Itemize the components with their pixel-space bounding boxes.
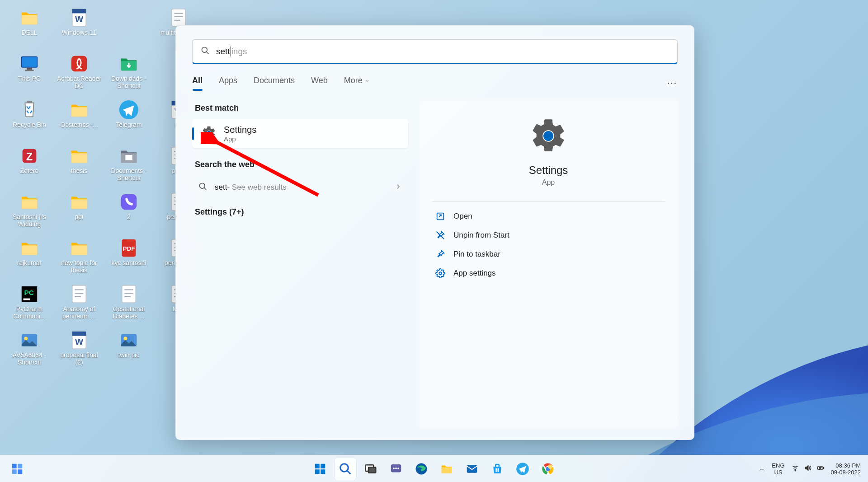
widgets-button[interactable]: [6, 458, 28, 480]
desktop-icon[interactable]: ppt: [54, 189, 104, 235]
folder-icon: [19, 7, 40, 28]
language-indicator[interactable]: ENGUS: [772, 462, 784, 476]
folder-doc-icon: [118, 145, 139, 166]
desktop-icon[interactable]: Recycle Bin: [5, 97, 54, 143]
desktop-icon[interactable]: Telegram: [104, 97, 154, 143]
result-detail-card: Settings App Open Unpin from Start Pin t…: [419, 101, 678, 429]
desktop-icon[interactable]: PCPyCharm Communi...: [5, 281, 54, 327]
taskbar-app-chrome[interactable]: [537, 458, 559, 480]
desktop-icon-label: twin pic: [118, 351, 140, 359]
search-input[interactable]: settings: [192, 39, 678, 64]
svg-point-67: [207, 131, 211, 135]
svg-rect-94: [467, 465, 477, 473]
desktop-icon[interactable]: ZZotero: [5, 143, 54, 189]
svg-rect-23: [125, 155, 132, 160]
taskbar-app-mail[interactable]: [461, 458, 483, 480]
svg-rect-93: [442, 467, 452, 473]
clock[interactable]: 08:36 PM09-08-2022: [831, 462, 861, 476]
svg-text:W: W: [75, 14, 84, 24]
svg-rect-81: [321, 463, 325, 468]
desktop-icon[interactable]: PDFkyc santoshi: [104, 235, 154, 281]
action-unpin-start[interactable]: Unpin from Start: [432, 226, 665, 245]
tab-web[interactable]: Web: [311, 76, 328, 90]
taskbar-app-edge[interactable]: [410, 458, 432, 480]
desktop-icon[interactable]: Acrobat Reader DC: [54, 51, 104, 97]
web-result-query: sett: [215, 183, 227, 192]
desktop-icon[interactable]: AV5A6064 - Shortcut: [5, 327, 54, 373]
desktop-icon-label: Zotero: [20, 167, 38, 174]
doc-icon: [118, 284, 139, 304]
desktop-icon-label: Documents - Shortcut: [105, 167, 152, 182]
wifi-icon: [791, 464, 799, 474]
svg-rect-87: [368, 467, 376, 473]
desktop-icon[interactable]: new topic for thesis: [54, 235, 104, 281]
folder-icon: [69, 99, 90, 120]
desktop-icon[interactable]: Documents - Shortcut: [104, 143, 154, 189]
desktop-icon[interactable]: thesis: [54, 143, 104, 189]
desktop-icon[interactable]: twin pic: [104, 327, 154, 373]
word-icon: W: [69, 330, 90, 351]
desktop-icon-label: Windows 11: [62, 29, 96, 36]
svg-rect-10: [27, 68, 32, 70]
action-pin-taskbar[interactable]: Pin to taskbar: [432, 245, 665, 264]
folder-icon: [69, 192, 90, 212]
svg-rect-80: [315, 463, 320, 468]
desktop-icon[interactable]: 2: [104, 189, 154, 235]
svg-rect-61: [72, 332, 86, 336]
web-result-sett[interactable]: sett - See web results: [192, 176, 408, 199]
tray-overflow-icon[interactable]: ︿: [759, 465, 765, 473]
best-match-settings[interactable]: Settings App: [192, 119, 408, 148]
svg-rect-76: [12, 463, 17, 468]
pdf-icon: PDF: [118, 238, 139, 258]
desktop-icon[interactable]: Gestational Diabetes ...: [104, 281, 154, 327]
system-tray[interactable]: [791, 464, 825, 474]
svg-text:W: W: [75, 337, 84, 346]
desktop-icon[interactable]: Anatomy of perineum ...: [54, 281, 104, 327]
desktop-icon-label: rajkumar: [17, 259, 42, 267]
settings-expand[interactable]: Settings (7+): [195, 207, 408, 217]
viber-icon: [118, 192, 139, 212]
svg-rect-28: [22, 199, 38, 209]
desktop-icon[interactable]: Obstetrics -...: [54, 97, 104, 143]
taskbar-app-telegram[interactable]: [512, 458, 533, 480]
svg-rect-96: [495, 468, 497, 469]
start-search-window: settings All Apps Documents Web More ⋯ B…: [175, 25, 694, 440]
desktop-icon-label: Gestational Diabetes ...: [105, 305, 152, 320]
task-view-button[interactable]: [360, 458, 382, 480]
taskbar: ︿ ENGUS 08:36 PM09-08-2022: [0, 455, 868, 482]
desktop-icon-label: 2: [127, 213, 131, 220]
desktop-icon[interactable]: Downloads - Shortcut: [104, 51, 154, 97]
detail-title: Settings: [529, 164, 568, 177]
desktop-icon-label: ppt: [75, 213, 83, 220]
tab-all[interactable]: All: [192, 76, 203, 90]
action-app-settings[interactable]: App settings: [432, 264, 665, 283]
svg-point-74: [439, 272, 442, 275]
svg-rect-97: [498, 468, 499, 469]
pc-icon: [19, 53, 40, 74]
taskbar-app-explorer[interactable]: [436, 458, 458, 480]
word-icon: W: [69, 7, 90, 28]
action-open[interactable]: Open: [432, 207, 665, 226]
acrobat-icon: [69, 53, 90, 74]
chat-button[interactable]: [385, 458, 407, 480]
desktop-icon[interactable]: rajkumar: [5, 235, 54, 281]
svg-marker-105: [805, 465, 808, 470]
desktop-icon[interactable]: Santoshi ji's Widding: [5, 189, 54, 235]
svg-point-59: [24, 337, 28, 340]
svg-line-66: [207, 51, 209, 54]
tab-more[interactable]: More: [344, 76, 370, 90]
start-button[interactable]: [309, 458, 331, 480]
svg-point-91: [397, 467, 399, 469]
tab-apps[interactable]: Apps: [219, 76, 237, 90]
desktop-icon[interactable]: DELL: [5, 5, 54, 51]
desktop-icon-label: Obstetrics -...: [60, 121, 98, 128]
desktop-icon[interactable]: WWindows 11: [54, 5, 104, 51]
taskbar-app-store[interactable]: [486, 458, 508, 480]
search-options-icon[interactable]: ⋯: [667, 77, 678, 89]
best-match-header: Best match: [195, 103, 408, 113]
search-button[interactable]: [335, 458, 356, 480]
gear-icon: [435, 268, 445, 278]
desktop-icon[interactable]: Wproposal final (2): [54, 327, 104, 373]
desktop-icon[interactable]: This PC: [5, 51, 54, 97]
tab-documents[interactable]: Documents: [254, 76, 295, 90]
